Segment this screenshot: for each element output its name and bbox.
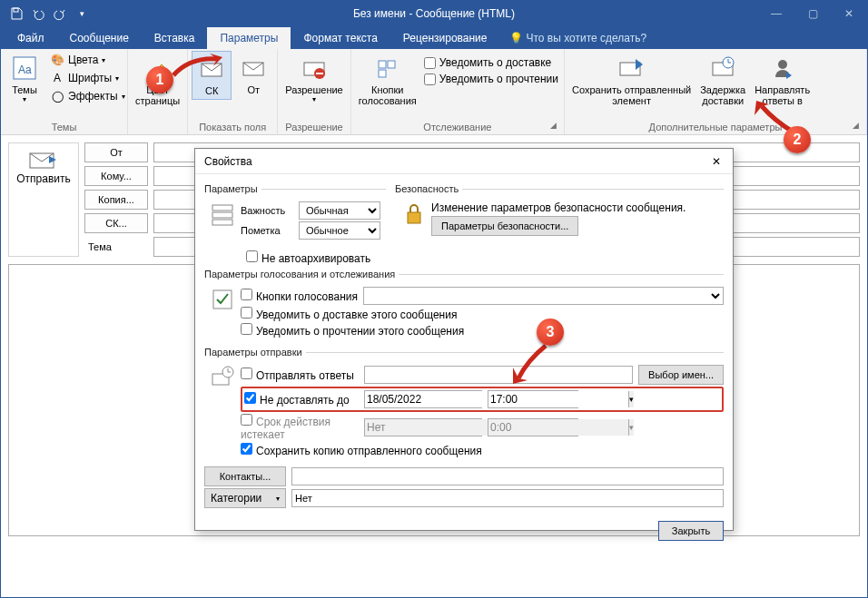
redo-icon[interactable] [52, 5, 68, 22]
colors-icon: 🎨 [50, 53, 64, 67]
svg-rect-18 [212, 220, 232, 225]
delivery-options-group: Параметры отправки Отправлять ответы Выб… [204, 347, 724, 459]
tab-message[interactable]: Сообщение [57, 27, 142, 49]
ribbon-group-tracking: Кнопки голосования Уведомить о доставке … [351, 49, 565, 134]
categories-button[interactable]: Категории▾ [204, 488, 286, 508]
expires-checkbox[interactable]: Срок действия истекает [241, 414, 359, 441]
svg-rect-10 [379, 70, 386, 77]
window-controls: — ▢ ✕ [758, 1, 867, 26]
dialog-titlebar: Свойства ✕ [195, 149, 733, 174]
security-settings-button[interactable]: Параметры безопасности... [431, 216, 578, 236]
settings-group: Параметры ВажностьОбычная ПометкаОбычное [204, 183, 386, 241]
expires-date-picker: ▾ [364, 418, 482, 436]
do-not-deliver-row: Не доставлять до ▾ ▾ [241, 387, 724, 412]
svg-rect-8 [379, 61, 386, 68]
svg-rect-17 [212, 212, 232, 218]
annotation-arrow-1 [172, 54, 226, 81]
fonts-icon: A [50, 71, 64, 85]
ribbon-group-more-options: Сохранить отправленный элемент Задержка … [565, 49, 867, 134]
tab-options[interactable]: Параметры [207, 27, 291, 49]
themes-icon: Aa [10, 54, 39, 83]
tab-file[interactable]: Файл [5, 27, 57, 49]
svg-rect-7 [316, 73, 323, 74]
voting-buttons-checkbox[interactable]: Кнопки голосования [241, 289, 358, 303]
chevron-down-icon: ▾ [312, 95, 316, 103]
dialog-close-button[interactable]: ✕ [705, 151, 727, 172]
quick-access-toolbar: ▾ [1, 5, 90, 22]
voting-tracking-group: Параметры голосования и отслеживания Кно… [204, 269, 724, 339]
delivery-receipt-checkbox[interactable]: Уведомить о доставке [422, 54, 560, 71]
svg-point-14 [778, 60, 787, 69]
maximize-button[interactable]: ▢ [794, 1, 831, 26]
select-names-button[interactable]: Выбор имен... [638, 365, 724, 385]
to-field-button[interactable]: Кому... [84, 166, 148, 186]
read-receipt-dlg-checkbox[interactable]: Уведомить о прочтении этого сообщения [241, 323, 464, 338]
do-not-deliver-checkbox[interactable]: Не доставлять до [244, 392, 359, 407]
close-button[interactable]: ✕ [831, 1, 867, 26]
have-replies-input[interactable] [364, 366, 633, 384]
chevron-down-icon: ▾ [628, 419, 634, 436]
send-icon [29, 151, 58, 169]
svg-rect-9 [388, 61, 395, 68]
categories-input[interactable] [291, 489, 724, 507]
permission-button[interactable]: Разрешение ▾ [281, 51, 347, 106]
undo-icon[interactable] [30, 5, 46, 22]
voting-buttons-select[interactable] [363, 287, 724, 305]
permission-icon [300, 54, 329, 83]
minimize-button[interactable]: — [758, 1, 794, 26]
delivery-group-icon [204, 363, 241, 459]
from-field-button[interactable]: От [84, 142, 148, 162]
expires-time-picker: ▾ [488, 418, 578, 436]
voting-icon [373, 54, 402, 83]
send-button[interactable]: Отправить [8, 142, 79, 257]
importance-select[interactable]: Обычная [299, 201, 380, 220]
ribbon-group-permission: Разрешение ▾ Разрешение [278, 49, 351, 134]
contacts-button[interactable]: Контакты... [204, 466, 286, 486]
effects-button[interactable]: ◯Эффекты▾ [46, 87, 129, 105]
delivery-receipt-dlg-checkbox[interactable]: Уведомить о доставке этого сообщения [241, 307, 457, 321]
save-icon[interactable] [8, 5, 25, 22]
annotation-arrow-3 [509, 342, 555, 387]
read-receipt-checkbox[interactable]: Уведомить о прочтении [422, 71, 560, 87]
annotation-marker-1: 1 [146, 66, 173, 93]
contacts-input[interactable] [291, 467, 724, 485]
settings-icon [204, 200, 241, 241]
more-options-dialog-launcher[interactable]: ◢ [853, 121, 863, 132]
no-autoarchive-checkbox[interactable]: Не автоархивировать [246, 250, 370, 265]
colors-button[interactable]: 🎨Цвета▾ [46, 51, 129, 69]
tab-insert[interactable]: Вставка [142, 27, 208, 49]
tab-review[interactable]: Рецензирование [390, 27, 500, 49]
svg-rect-19 [408, 212, 420, 223]
delay-delivery-button[interactable]: Задержка доставки [696, 51, 749, 109]
svg-rect-0 [14, 8, 18, 12]
sensitivity-select[interactable]: Обычное [299, 221, 380, 240]
annotation-marker-3: 3 [537, 319, 564, 346]
have-replies-checkbox[interactable]: Отправлять ответы [241, 368, 359, 382]
deliver-date-picker[interactable]: ▾ [364, 390, 482, 408]
bcc-field-button[interactable]: СК... [84, 213, 148, 233]
themes-button[interactable]: Aa Темы ▾ [5, 51, 44, 106]
voting-buttons[interactable]: Кнопки голосования [355, 51, 420, 109]
subject-label: Тема [84, 241, 148, 252]
chevron-down-icon: ▾ [23, 95, 26, 103]
lightbulb-icon: 💡 [509, 32, 523, 44]
delay-icon [708, 54, 737, 83]
security-icon [395, 200, 431, 238]
annotation-marker-2: 2 [784, 126, 811, 153]
ribbon: Aa Темы ▾ 🎨Цвета▾ AШрифты▾ ◯Эффекты▾ Тем… [1, 49, 867, 135]
window-title: Без имени - Сообщение (HTML) [353, 7, 515, 20]
qat-customize-icon[interactable]: ▾ [74, 5, 90, 22]
chevron-down-icon[interactable]: ▾ [628, 391, 634, 407]
close-dialog-button[interactable]: Закрыть [658, 521, 724, 541]
save-copy-checkbox[interactable]: Сохранить копию отправленного сообщения [241, 443, 482, 457]
outlook-message-window: ▾ Без имени - Сообщение (HTML) — ▢ ✕ Фай… [0, 0, 868, 598]
direct-replies-icon [768, 54, 797, 83]
fonts-button[interactable]: AШрифты▾ [46, 69, 129, 87]
tell-me[interactable]: 💡 Что вы хотите сделать? [509, 32, 647, 44]
from-button[interactable]: От [233, 51, 273, 98]
tracking-dialog-launcher[interactable]: ◢ [550, 121, 561, 132]
deliver-time-picker[interactable]: ▾ [488, 390, 578, 408]
save-sent-item-button[interactable]: Сохранить отправленный элемент [568, 51, 695, 109]
tab-format-text[interactable]: Формат текста [291, 27, 390, 49]
cc-field-button[interactable]: Копия... [84, 190, 148, 210]
